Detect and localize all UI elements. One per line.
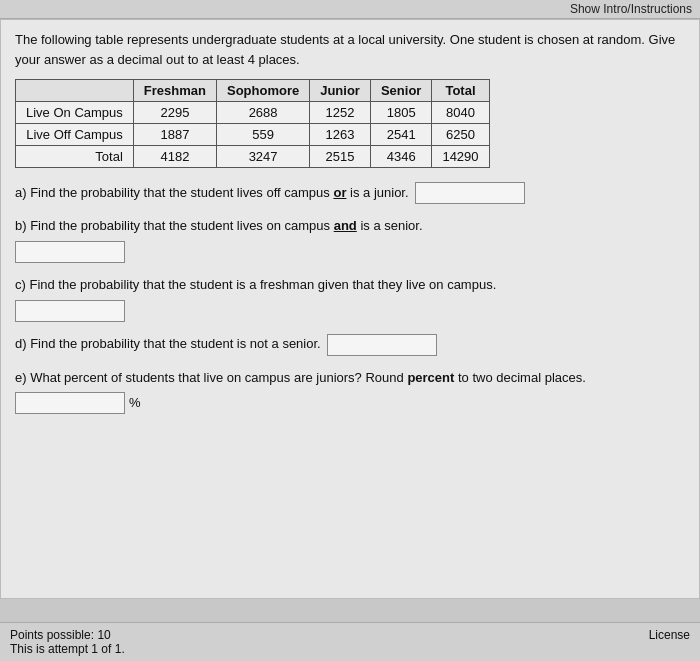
show-instructions-link[interactable]: Show Intro/Instructions: [570, 2, 692, 16]
question-a: a) Find the probability that the student…: [15, 182, 685, 204]
attempt-info: This is attempt 1 of 1.: [10, 642, 125, 656]
row3-senior: 4346: [370, 146, 431, 168]
header-freshman: Freshman: [133, 80, 216, 102]
question-d-label: d) Find the probability that the student…: [15, 334, 321, 355]
header-sophomore: Sophomore: [216, 80, 309, 102]
table-row: Live On Campus 2295 2688 1252 1805 8040: [16, 102, 490, 124]
data-table: Freshman Sophomore Junior Senior Total L…: [15, 79, 490, 168]
question-b: b) Find the probability that the student…: [15, 216, 685, 263]
row3-label: Total: [16, 146, 134, 168]
row1-freshman: 2295: [133, 102, 216, 124]
question-a-label: a) Find the probability that the student…: [15, 183, 409, 204]
question-c: c) Find the probability that the student…: [15, 275, 685, 322]
answer-d-input[interactable]: [327, 334, 437, 356]
row1-junior: 1252: [310, 102, 371, 124]
header-senior: Senior: [370, 80, 431, 102]
top-bar: Show Intro/Instructions: [0, 0, 700, 19]
question-e-label: e) What percent of students that live on…: [15, 370, 586, 385]
question-d: d) Find the probability that the student…: [15, 334, 685, 356]
answer-e-input[interactable]: [15, 392, 125, 414]
footer-right: License: [649, 628, 690, 656]
main-content: The following table represents undergrad…: [0, 19, 700, 599]
row2-sophomore: 559: [216, 124, 309, 146]
points-possible: Points possible: 10: [10, 628, 125, 642]
row2-label: Live Off Campus: [16, 124, 134, 146]
row1-total: 8040: [432, 102, 489, 124]
table-row: Live Off Campus 1887 559 1263 2541 6250: [16, 124, 490, 146]
header-junior: Junior: [310, 80, 371, 102]
row1-sophomore: 2688: [216, 102, 309, 124]
row3-sophomore: 3247: [216, 146, 309, 168]
table-row: Total 4182 3247 2515 4346 14290: [16, 146, 490, 168]
header-total: Total: [432, 80, 489, 102]
answer-a-input[interactable]: [415, 182, 525, 204]
intro-text: The following table represents undergrad…: [15, 30, 685, 69]
license-link[interactable]: License: [649, 628, 690, 642]
row2-senior: 2541: [370, 124, 431, 146]
row2-junior: 1263: [310, 124, 371, 146]
answer-b-input[interactable]: [15, 241, 125, 263]
row3-junior: 2515: [310, 146, 371, 168]
question-e: e) What percent of students that live on…: [15, 368, 685, 415]
question-c-label: c) Find the probability that the student…: [15, 277, 496, 292]
row3-freshman: 4182: [133, 146, 216, 168]
row2-freshman: 1887: [133, 124, 216, 146]
table-header-row: Freshman Sophomore Junior Senior Total: [16, 80, 490, 102]
row1-label: Live On Campus: [16, 102, 134, 124]
footer-left: Points possible: 10 This is attempt 1 of…: [10, 628, 125, 656]
footer: Points possible: 10 This is attempt 1 of…: [0, 622, 700, 661]
header-empty: [16, 80, 134, 102]
question-b-label: b) Find the probability that the student…: [15, 218, 423, 233]
row3-total: 14290: [432, 146, 489, 168]
percent-symbol: %: [129, 393, 141, 414]
answer-c-input[interactable]: [15, 300, 125, 322]
row2-total: 6250: [432, 124, 489, 146]
row1-senior: 1805: [370, 102, 431, 124]
